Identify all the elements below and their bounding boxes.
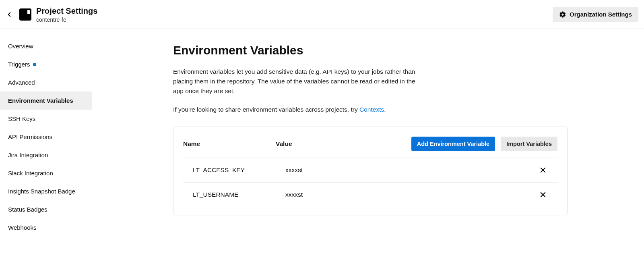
main-inner: Environment Variables Environment variab… xyxy=(173,44,568,215)
sidebar-item-insights-snapshot-badge[interactable]: Insights Snapshot Badge xyxy=(0,182,92,200)
project-name: contentre-fe xyxy=(36,17,97,23)
delete-env-var-button[interactable] xyxy=(538,190,548,200)
sidebar-item-slack-integration[interactable]: Slack Integration xyxy=(0,164,92,182)
sidebar-item-label: Status Badges xyxy=(8,206,47,213)
contexts-link[interactable]: Contexts xyxy=(359,106,384,113)
sidebar-item-label: Webhooks xyxy=(8,224,37,231)
content: OverviewTriggersAdvancedEnvironment Vari… xyxy=(0,29,644,266)
back-button[interactable] xyxy=(4,9,14,20)
section-heading: Environment Variables xyxy=(173,44,568,57)
close-icon xyxy=(539,166,547,174)
delete-env-var-button[interactable] xyxy=(538,165,548,175)
card-header: Name Value Add Environment Variable Impo… xyxy=(173,127,567,158)
chevron-left-icon xyxy=(6,11,13,18)
sidebar-item-webhooks[interactable]: Webhooks xyxy=(0,218,92,237)
card-actions: Add Environment Variable Import Variable… xyxy=(411,137,557,151)
sidebar-item-label: Jira Integration xyxy=(8,152,48,158)
sidebar-item-label: Triggers xyxy=(8,61,30,68)
env-var-value: xxxxst xyxy=(285,166,538,174)
header: Project Settings contentre-fe Organizati… xyxy=(0,0,644,29)
sidebar-item-label: Overview xyxy=(8,43,33,50)
main: Environment Variables Environment variab… xyxy=(102,29,644,266)
table-row: LT_ACCESS_KEYxxxxst xyxy=(183,158,557,182)
sidebar-item-label: API Permissions xyxy=(8,133,52,140)
contexts-suffix: . xyxy=(384,106,386,113)
sidebar-item-advanced[interactable]: Advanced xyxy=(0,73,92,91)
sidebar-item-api-permissions[interactable]: API Permissions xyxy=(0,128,92,146)
sidebar-item-label: Insights Snapshot Badge xyxy=(8,188,75,195)
header-left: Project Settings contentre-fe xyxy=(4,6,97,23)
sidebar-item-label: SSH Keys xyxy=(8,115,35,122)
page-title: Project Settings xyxy=(36,6,97,16)
table-columns: Name Value xyxy=(183,140,411,148)
table-rows: LT_ACCESS_KEYxxxxstLT_USERNAMExxxxst xyxy=(173,158,567,215)
env-var-value: xxxxst xyxy=(285,191,538,198)
table-row: LT_USERNAMExxxxst xyxy=(183,182,557,207)
organization-settings-label: Organization Settings xyxy=(570,11,632,18)
sidebar-item-jira-integration[interactable]: Jira Integration xyxy=(0,146,92,164)
sidebar-item-environment-variables[interactable]: Environment Variables xyxy=(0,91,92,110)
organization-settings-button[interactable]: Organization Settings xyxy=(553,7,638,22)
contexts-hint: If you're looking to share environment v… xyxy=(173,105,568,114)
contexts-prefix: If you're looking to share environment v… xyxy=(173,106,359,113)
env-var-name: LT_USERNAME xyxy=(193,191,285,198)
project-icon xyxy=(19,8,31,21)
sidebar-item-label: Slack Integration xyxy=(8,170,53,177)
sidebar-item-label: Advanced xyxy=(8,79,35,86)
sidebar-item-overview[interactable]: Overview xyxy=(0,37,92,55)
close-icon xyxy=(539,191,547,198)
import-variables-button[interactable]: Import Variables xyxy=(501,137,557,151)
indicator-dot xyxy=(33,63,36,66)
add-env-var-button[interactable]: Add Environment Variable xyxy=(411,137,495,151)
sidebar-item-label: Environment Variables xyxy=(8,97,73,104)
header-titles: Project Settings contentre-fe xyxy=(36,6,97,23)
sidebar-item-status-badges[interactable]: Status Badges xyxy=(0,200,92,218)
sidebar-item-triggers[interactable]: Triggers xyxy=(0,55,92,73)
section-description: Environment variables let you add sensit… xyxy=(173,67,423,96)
env-vars-card: Name Value Add Environment Variable Impo… xyxy=(173,127,568,215)
gear-icon xyxy=(559,11,566,18)
sidebar-item-ssh-keys[interactable]: SSH Keys xyxy=(0,110,92,128)
sidebar: OverviewTriggersAdvancedEnvironment Vari… xyxy=(0,29,102,266)
env-var-name: LT_ACCESS_KEY xyxy=(193,166,285,174)
column-value: Value xyxy=(276,140,292,148)
column-name: Name xyxy=(183,140,276,148)
